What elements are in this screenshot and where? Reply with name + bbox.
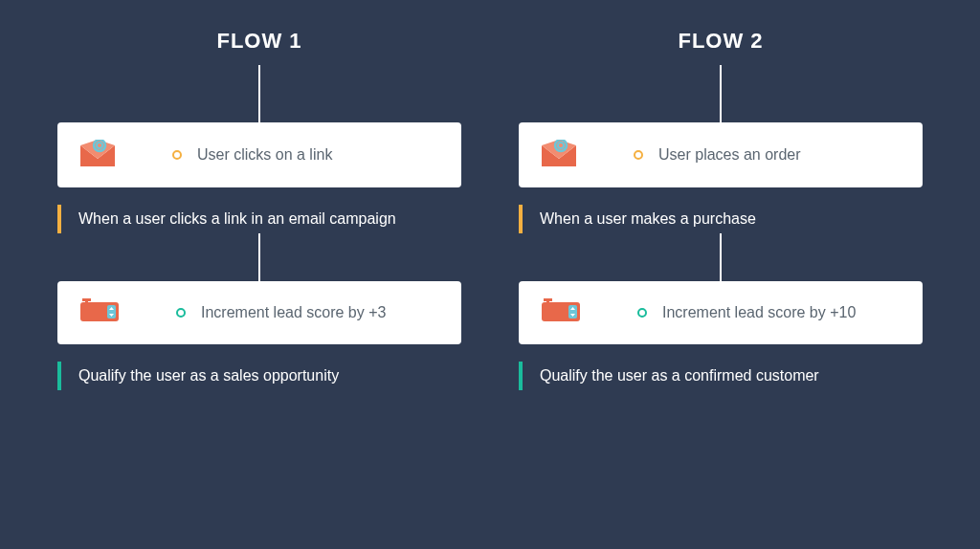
- trigger-card: User clicks on a link: [57, 122, 461, 187]
- bullet-icon: [634, 150, 643, 160]
- connector-line: [258, 233, 260, 281]
- trigger-description: When a user makes a purchase: [519, 205, 923, 233]
- flow-title: FLOW 1: [216, 29, 301, 54]
- card-content: User clicks on a link: [172, 146, 332, 164]
- flow-2: FLOW 2 User places an order When a user …: [519, 29, 923, 520]
- card-content: Increment lead score by +10: [637, 304, 856, 321]
- bullet-icon: [637, 308, 647, 318]
- bullet-icon: [172, 150, 182, 160]
- trigger-card: User places an order: [519, 122, 923, 187]
- action-label: Increment lead score by +10: [662, 304, 856, 321]
- card-content: User places an order: [634, 146, 801, 164]
- bullet-icon: [176, 308, 186, 318]
- connector-line: [258, 65, 260, 122]
- envelope-icon: [80, 140, 115, 170]
- scorer-icon: [542, 298, 580, 327]
- flow-title: FLOW 2: [678, 29, 763, 54]
- action-label: Increment lead score by +3: [201, 304, 386, 321]
- action-card: Increment lead score by +3: [57, 281, 461, 344]
- action-description: Qualify the user as a confirmed customer: [519, 362, 923, 390]
- action-card: Increment lead score by +10: [519, 281, 923, 344]
- envelope-icon: [542, 140, 576, 170]
- trigger-label: User clicks on a link: [197, 146, 332, 164]
- flow-1: FLOW 1 User clicks on a link When a user…: [57, 29, 461, 520]
- card-content: Increment lead score by +3: [176, 304, 386, 321]
- trigger-label: User places an order: [658, 146, 801, 164]
- svg-rect-3: [82, 298, 91, 301]
- flows-container: FLOW 1 User clicks on a link When a user…: [57, 29, 923, 520]
- connector-line: [720, 233, 722, 281]
- connector-line: [720, 65, 722, 122]
- trigger-description: When a user clicks a link in an email ca…: [57, 205, 461, 233]
- action-description: Qualify the user as a sales opportunity: [57, 362, 461, 390]
- scorer-icon: [80, 298, 119, 327]
- svg-rect-8: [544, 298, 552, 301]
